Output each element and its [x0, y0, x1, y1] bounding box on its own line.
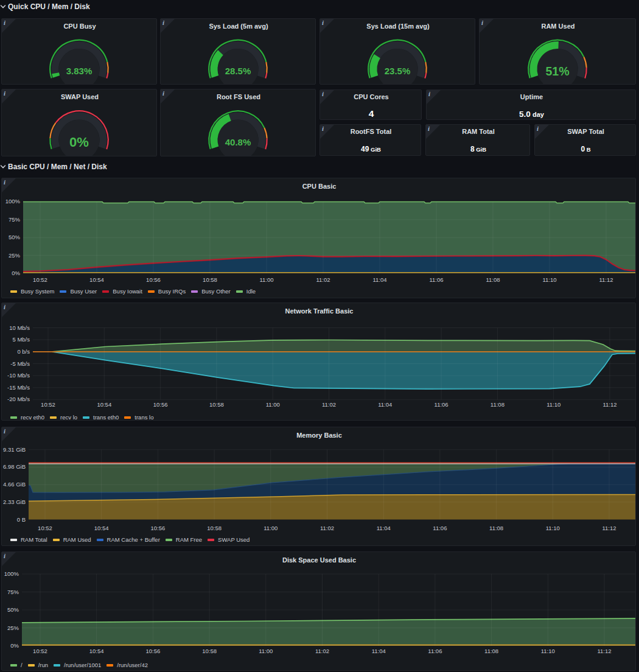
- svg-text:0%: 0%: [69, 135, 89, 150]
- svg-text:51%: 51%: [545, 65, 569, 78]
- svg-text:3.83%: 3.83%: [66, 66, 93, 76]
- svg-text:28.5%: 28.5%: [225, 66, 251, 76]
- svg-text:40.8%: 40.8%: [225, 137, 251, 147]
- svg-text:23.5%: 23.5%: [385, 66, 411, 76]
